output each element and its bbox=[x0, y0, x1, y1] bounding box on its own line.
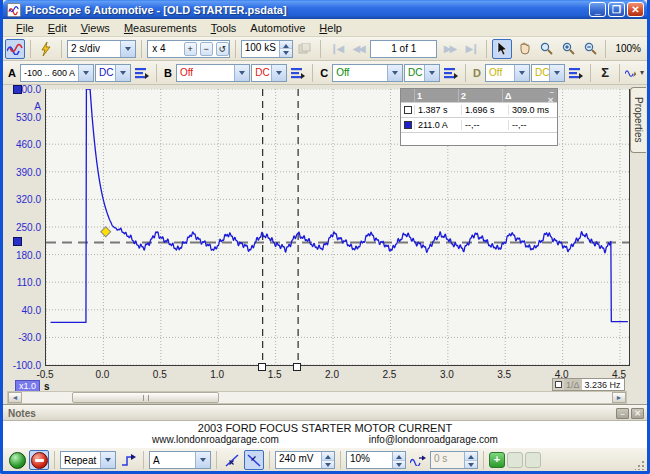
menu-tools[interactable]: Tools bbox=[204, 20, 244, 36]
scroll-track[interactable] bbox=[22, 392, 612, 403]
channel-c-range-select[interactable]: Off bbox=[332, 64, 403, 82]
prev-buffer-button[interactable]: ◀◀ bbox=[348, 39, 368, 59]
falling-edge-button[interactable] bbox=[244, 450, 264, 470]
channel-b-options-button[interactable] bbox=[288, 63, 308, 83]
zoom-tool-button[interactable] bbox=[536, 39, 556, 59]
samples-spinner[interactable]: 100 kS bbox=[241, 40, 293, 58]
channel-a-options-button[interactable] bbox=[132, 63, 152, 83]
zoom-out-tool-button[interactable] bbox=[580, 39, 600, 59]
window-title: PicoScope 6 Automotive - [OLD STARTER.ps… bbox=[25, 4, 587, 16]
samples-value: 100 kS bbox=[242, 41, 279, 57]
notes-close-button[interactable]: ✕ bbox=[631, 408, 644, 419]
minimize-button[interactable]: _ bbox=[589, 2, 606, 17]
menu-file[interactable]: File bbox=[9, 20, 41, 36]
first-buffer-button[interactable]: ❙◀ bbox=[326, 39, 346, 59]
ruler-legend-controls[interactable]: – ✕ bbox=[542, 87, 557, 105]
frequency-label: 1/Δ bbox=[564, 379, 582, 390]
frequency-legend[interactable]: 1/Δ 3.236 Hz bbox=[552, 378, 625, 391]
scroll-right-button[interactable]: ► bbox=[612, 392, 626, 403]
ruler2-time: 1.696 s bbox=[461, 105, 508, 115]
rising-edge-button[interactable] bbox=[222, 450, 242, 470]
menu-help[interactable]: Help bbox=[312, 20, 349, 36]
menu-automotive[interactable]: Automotive bbox=[243, 20, 312, 36]
lightning-icon bbox=[41, 42, 51, 56]
horizontal-scrollbar[interactable]: ◄ ► bbox=[7, 391, 627, 404]
scroll-left-button[interactable]: ◄ bbox=[8, 392, 22, 403]
chevron-down-icon bbox=[271, 65, 286, 81]
notes-title-bar: Notes – ✕ bbox=[3, 406, 647, 421]
notes-body[interactable]: 2003 FORD FOCUS STARTER MOTOR CURRENT ww… bbox=[3, 421, 647, 448]
timebase-select[interactable]: 2 s/div bbox=[67, 40, 136, 58]
trigger-source-select[interactable]: A bbox=[149, 451, 211, 469]
trigger-delay-button[interactable] bbox=[408, 450, 428, 470]
notes-website: www.londonroadgarage.com bbox=[152, 434, 279, 445]
zoom-in-x-button[interactable]: + bbox=[184, 42, 197, 56]
channel-d-label: D bbox=[473, 67, 481, 79]
notes-minimize-button[interactable]: – bbox=[616, 408, 629, 419]
probes-button[interactable]: ▾ bbox=[624, 63, 645, 83]
properties-tab[interactable]: Properties bbox=[630, 87, 646, 153]
channel-a-coupling-select[interactable]: DC bbox=[95, 64, 131, 82]
chevron-down-icon bbox=[195, 452, 210, 468]
title-bar: PicoScope 6 Automotive - [OLD STARTER.ps… bbox=[3, 0, 647, 19]
buffer-index-field[interactable]: 1 of 1 bbox=[370, 40, 437, 58]
zoom-in-tool-button[interactable] bbox=[558, 39, 578, 59]
channel-a-range-value: -100 .. 600 A bbox=[21, 68, 78, 78]
menu-views[interactable]: Views bbox=[74, 20, 117, 36]
ruler-col-delta: Δ bbox=[502, 89, 542, 102]
channel-c-state-value: Off bbox=[333, 67, 387, 78]
persistence-mode-button[interactable] bbox=[36, 39, 56, 59]
pretrigger-spinner[interactable]: 10% bbox=[346, 451, 406, 469]
time-ruler-swatch bbox=[404, 106, 412, 114]
x-tick-label: 2.5 bbox=[372, 369, 406, 380]
channel-d-options-button[interactable] bbox=[566, 63, 586, 83]
channel-options-icon bbox=[444, 67, 458, 79]
channel-a-axis-marker[interactable] bbox=[13, 85, 22, 94]
chevron-down-icon bbox=[115, 65, 130, 81]
scope-view-button[interactable] bbox=[5, 39, 25, 59]
resize-grip[interactable] bbox=[635, 460, 645, 470]
app-window: PicoScope 6 Automotive - [OLD STARTER.ps… bbox=[0, 0, 650, 474]
scroll-thumb[interactable] bbox=[72, 392, 219, 403]
channel-b-range-select[interactable]: Off bbox=[176, 64, 250, 82]
trigger-level-spinner[interactable]: 240 mV bbox=[275, 451, 335, 469]
channel-d-range-select[interactable]: Off bbox=[485, 64, 530, 82]
hand-icon bbox=[518, 42, 531, 55]
close-button[interactable]: ✕ bbox=[627, 2, 644, 17]
channel-d-coupling-select[interactable]: DC bbox=[531, 64, 565, 82]
ruler-legend[interactable]: 1 2 Δ – ✕ 1.387 s 1.696 s 309.0 ms 211.0… bbox=[400, 88, 558, 146]
chevron-down-icon bbox=[120, 41, 135, 57]
hand-tool-button[interactable] bbox=[514, 39, 534, 59]
channel-b-coupling-select[interactable]: DC bbox=[251, 64, 287, 82]
next-buffer-button[interactable]: ▶▶ bbox=[439, 39, 459, 59]
last-buffer-button[interactable]: ▶❙ bbox=[461, 39, 481, 59]
pointer-tool-button[interactable] bbox=[492, 39, 512, 59]
channel-a-range-select[interactable]: -100 .. 600 A bbox=[20, 64, 94, 82]
zoom-undo-button[interactable]: ↺ bbox=[216, 42, 229, 56]
stop-button[interactable] bbox=[29, 450, 49, 470]
channel-c-coupling-select[interactable]: DC bbox=[404, 64, 440, 82]
go-button[interactable] bbox=[7, 450, 27, 470]
x-tick-label: 0.5 bbox=[143, 369, 177, 380]
frequency-ruler-handle[interactable] bbox=[555, 381, 562, 388]
buffer-overview-button[interactable] bbox=[295, 39, 315, 59]
amplitude-ruler-handle[interactable] bbox=[13, 237, 22, 246]
add-measurement-button[interactable]: + bbox=[489, 452, 505, 468]
main-toolbar: 2 s/div x 4 + − ↺ 100 kS ❙◀ ◀◀ 1 of 1 ▶▶… bbox=[3, 37, 647, 61]
menu-measurements[interactable]: Measurements bbox=[117, 20, 204, 36]
trigger-mode-value: Repeat bbox=[61, 455, 100, 466]
menu-edit[interactable]: Edit bbox=[41, 20, 74, 36]
x-tick-label: 2.0 bbox=[315, 369, 349, 380]
y-axis-unit: A bbox=[3, 101, 41, 112]
channel-c-options-button[interactable] bbox=[441, 63, 461, 83]
time-ruler-handle-2[interactable] bbox=[293, 363, 301, 371]
trigger-mode-select[interactable]: Repeat bbox=[60, 451, 116, 469]
zoom-out-x-button[interactable]: − bbox=[200, 42, 213, 56]
trigger-marker-button[interactable] bbox=[118, 450, 138, 470]
maximize-button[interactable]: ❐ bbox=[608, 2, 625, 17]
math-channels-button[interactable]: Σ bbox=[595, 63, 615, 83]
time-ruler-handle-1[interactable] bbox=[258, 363, 266, 371]
x-tick-label: 3.0 bbox=[430, 369, 464, 380]
go-icon bbox=[9, 452, 26, 469]
ruler-col-2: 2 bbox=[458, 89, 502, 102]
